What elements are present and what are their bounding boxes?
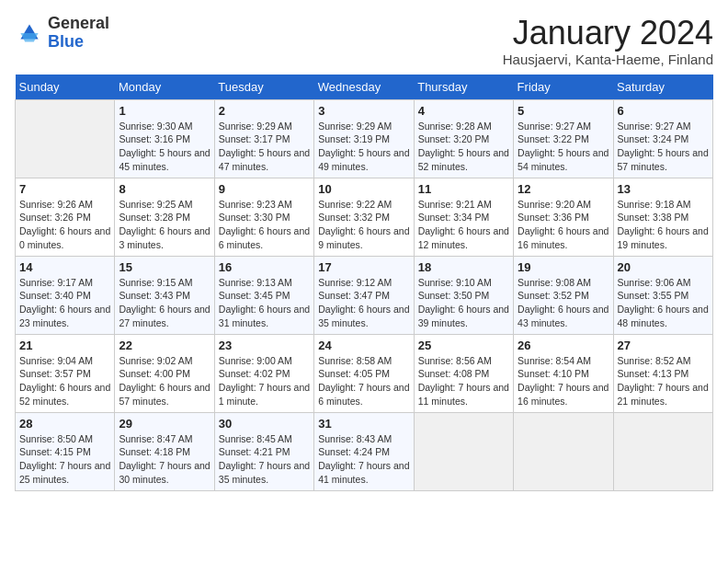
page-header: GeneralBlue January 2024 Hausjaervi, Kan… — [15, 15, 713, 67]
cell-info: Sunrise: 9:04 AMSunset: 3:57 PMDaylight:… — [19, 354, 110, 408]
cell-info: Sunrise: 9:17 AMSunset: 3:40 PMDaylight:… — [19, 276, 110, 330]
day-number: 5 — [518, 104, 609, 118]
day-number: 1 — [119, 104, 210, 118]
cell-info: Sunrise: 8:43 AMSunset: 4:24 PMDaylight:… — [318, 432, 409, 487]
cell-info: Sunrise: 9:10 AMSunset: 3:50 PMDaylight:… — [418, 276, 509, 330]
weekday-header-friday: Friday — [514, 75, 613, 100]
calendar-cell — [613, 412, 712, 490]
logo: GeneralBlue — [15, 15, 109, 52]
calendar-cell: 23Sunrise: 9:00 AMSunset: 4:02 PMDayligh… — [214, 334, 313, 412]
day-number: 21 — [19, 339, 110, 352]
cell-info: Sunrise: 8:52 AMSunset: 4:13 PMDaylight:… — [618, 354, 709, 408]
day-number: 16 — [219, 260, 310, 274]
cell-info: Sunrise: 9:20 AMSunset: 3:36 PMDaylight:… — [518, 198, 609, 252]
calendar-cell: 29Sunrise: 8:47 AMSunset: 4:18 PMDayligh… — [115, 412, 214, 490]
day-number: 15 — [119, 260, 210, 274]
day-number: 11 — [418, 182, 509, 196]
cell-info: Sunrise: 9:29 AMSunset: 3:19 PMDaylight:… — [318, 120, 409, 174]
logo-general-text: General — [48, 14, 109, 32]
calendar-cell: 31Sunrise: 8:43 AMSunset: 4:24 PMDayligh… — [314, 412, 414, 490]
cell-info: Sunrise: 9:08 AMSunset: 3:52 PMDaylight:… — [518, 276, 609, 330]
cell-info: Sunrise: 8:47 AMSunset: 4:18 PMDaylight:… — [119, 432, 210, 487]
calendar-cell — [514, 412, 613, 490]
cell-info: Sunrise: 9:02 AMSunset: 4:00 PMDaylight:… — [119, 354, 210, 408]
weekday-header-saturday: Saturday — [613, 75, 712, 100]
calendar-cell: 21Sunrise: 9:04 AMSunset: 3:57 PMDayligh… — [16, 334, 115, 412]
day-number: 17 — [318, 260, 409, 274]
weekday-header-sunday: Sunday — [16, 75, 115, 100]
day-number: 7 — [19, 182, 110, 196]
calendar-cell: 1Sunrise: 9:30 AMSunset: 3:16 PMDaylight… — [115, 99, 214, 178]
calendar-cell: 17Sunrise: 9:12 AMSunset: 3:47 PMDayligh… — [314, 256, 414, 334]
calendar-week-1: 1Sunrise: 9:30 AMSunset: 3:16 PMDaylight… — [16, 99, 713, 178]
day-number: 10 — [318, 182, 409, 196]
cell-info: Sunrise: 9:13 AMSunset: 3:45 PMDaylight:… — [219, 276, 310, 330]
day-number: 13 — [618, 182, 709, 196]
day-number: 18 — [418, 260, 509, 274]
logo-text: GeneralBlue — [48, 15, 109, 52]
calendar-cell: 25Sunrise: 8:56 AMSunset: 4:08 PMDayligh… — [414, 334, 513, 412]
cell-info: Sunrise: 9:00 AMSunset: 4:02 PMDaylight:… — [219, 354, 310, 408]
weekday-header-tuesday: Tuesday — [214, 75, 313, 100]
cell-info: Sunrise: 9:21 AMSunset: 3:34 PMDaylight:… — [418, 198, 509, 252]
day-number: 8 — [119, 182, 210, 196]
day-number: 2 — [219, 104, 310, 118]
calendar-cell: 14Sunrise: 9:17 AMSunset: 3:40 PMDayligh… — [16, 256, 115, 334]
cell-info: Sunrise: 9:18 AMSunset: 3:38 PMDaylight:… — [618, 198, 709, 252]
cell-info: Sunrise: 9:27 AMSunset: 3:22 PMDaylight:… — [518, 120, 609, 174]
calendar-cell: 19Sunrise: 9:08 AMSunset: 3:52 PMDayligh… — [514, 256, 613, 334]
calendar-cell: 7Sunrise: 9:26 AMSunset: 3:26 PMDaylight… — [16, 178, 115, 256]
weekday-header-thursday: Thursday — [414, 75, 513, 100]
cell-info: Sunrise: 9:25 AMSunset: 3:28 PMDaylight:… — [119, 198, 210, 252]
day-number: 12 — [518, 182, 609, 196]
cell-info: Sunrise: 8:54 AMSunset: 4:10 PMDaylight:… — [518, 354, 609, 408]
cell-info: Sunrise: 9:06 AMSunset: 3:55 PMDaylight:… — [618, 276, 709, 330]
calendar-header: SundayMondayTuesdayWednesdayThursdayFrid… — [16, 75, 713, 100]
cell-info: Sunrise: 9:26 AMSunset: 3:26 PMDaylight:… — [19, 198, 110, 252]
calendar-cell: 15Sunrise: 9:15 AMSunset: 3:43 PMDayligh… — [115, 256, 214, 334]
calendar-cell: 5Sunrise: 9:27 AMSunset: 3:22 PMDaylight… — [514, 99, 613, 178]
cell-info: Sunrise: 8:58 AMSunset: 4:05 PMDaylight:… — [318, 354, 409, 408]
weekday-header-wednesday: Wednesday — [314, 75, 414, 100]
day-number: 4 — [418, 104, 509, 118]
cell-info: Sunrise: 9:30 AMSunset: 3:16 PMDaylight:… — [119, 120, 210, 174]
title-block: January 2024 Hausjaervi, Kanta-Haeme, Fi… — [503, 15, 713, 67]
day-number: 24 — [318, 339, 409, 352]
day-number: 29 — [119, 417, 210, 431]
day-number: 14 — [19, 260, 110, 274]
calendar-table: SundayMondayTuesdayWednesdayThursdayFrid… — [15, 75, 713, 491]
cell-info: Sunrise: 9:15 AMSunset: 3:43 PMDaylight:… — [119, 276, 210, 330]
calendar-cell: 16Sunrise: 9:13 AMSunset: 3:45 PMDayligh… — [214, 256, 313, 334]
day-number: 27 — [618, 339, 709, 352]
day-number: 28 — [19, 417, 110, 431]
cell-info: Sunrise: 8:50 AMSunset: 4:15 PMDaylight:… — [19, 432, 110, 487]
day-number: 23 — [219, 339, 310, 352]
month-title: January 2024 — [503, 15, 713, 52]
calendar-cell: 3Sunrise: 9:29 AMSunset: 3:19 PMDaylight… — [314, 99, 414, 178]
calendar-cell: 4Sunrise: 9:28 AMSunset: 3:20 PMDaylight… — [414, 99, 513, 178]
day-number: 22 — [119, 339, 210, 352]
calendar-cell: 27Sunrise: 8:52 AMSunset: 4:13 PMDayligh… — [613, 334, 712, 412]
svg-marker-1 — [20, 33, 38, 42]
day-number: 20 — [618, 260, 709, 274]
day-number: 30 — [219, 417, 310, 431]
calendar-cell: 2Sunrise: 9:29 AMSunset: 3:17 PMDaylight… — [214, 99, 313, 178]
calendar-cell: 10Sunrise: 9:22 AMSunset: 3:32 PMDayligh… — [314, 178, 414, 256]
calendar-cell: 18Sunrise: 9:10 AMSunset: 3:50 PMDayligh… — [414, 256, 513, 334]
calendar-cell: 28Sunrise: 8:50 AMSunset: 4:15 PMDayligh… — [16, 412, 115, 490]
cell-info: Sunrise: 9:22 AMSunset: 3:32 PMDaylight:… — [318, 198, 409, 252]
day-number: 6 — [618, 104, 709, 118]
calendar-cell: 24Sunrise: 8:58 AMSunset: 4:05 PMDayligh… — [314, 334, 414, 412]
location-text: Hausjaervi, Kanta-Haeme, Finland — [503, 52, 713, 67]
calendar-cell: 13Sunrise: 9:18 AMSunset: 3:38 PMDayligh… — [613, 178, 712, 256]
cell-info: Sunrise: 9:23 AMSunset: 3:30 PMDaylight:… — [219, 198, 310, 252]
calendar-cell: 20Sunrise: 9:06 AMSunset: 3:55 PMDayligh… — [613, 256, 712, 334]
calendar-cell: 22Sunrise: 9:02 AMSunset: 4:00 PMDayligh… — [115, 334, 214, 412]
day-number: 19 — [518, 260, 609, 274]
calendar-cell: 6Sunrise: 9:27 AMSunset: 3:24 PMDaylight… — [613, 99, 712, 178]
cell-info: Sunrise: 8:45 AMSunset: 4:21 PMDaylight:… — [219, 432, 310, 487]
cell-info: Sunrise: 9:28 AMSunset: 3:20 PMDaylight:… — [418, 120, 509, 174]
calendar-cell: 8Sunrise: 9:25 AMSunset: 3:28 PMDaylight… — [115, 178, 214, 256]
calendar-cell: 9Sunrise: 9:23 AMSunset: 3:30 PMDaylight… — [214, 178, 313, 256]
day-number: 26 — [518, 339, 609, 352]
